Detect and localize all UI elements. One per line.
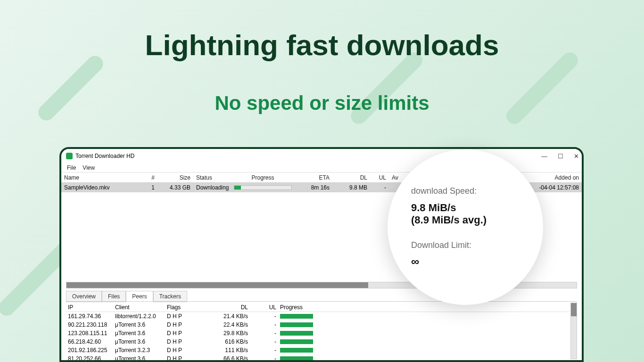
- cell-ul: -: [370, 184, 389, 191]
- peer-ul: -: [250, 355, 278, 362]
- peer-dl: 29.8 KB/s: [207, 330, 250, 337]
- peer-ip: 66.218.42.60: [66, 338, 113, 345]
- peer-flags: D H P: [165, 330, 207, 337]
- bubble-avg-value: (8.9 MiB/s avg.): [411, 214, 520, 226]
- tab-peers[interactable]: Peers: [126, 291, 153, 302]
- peer-ul: -: [250, 321, 278, 328]
- bubble-speed-label: download Speed:: [411, 186, 520, 196]
- cell-eta: 8m 16s: [295, 184, 332, 191]
- subheadline: No speed or size limits: [0, 92, 644, 115]
- peer-progress: [278, 356, 316, 361]
- peer-dl: 616 KB/s: [207, 338, 250, 345]
- peer-client: libtorrent/1.2.2.0: [113, 313, 165, 320]
- peer-row[interactable]: 201.92.186.225μTorrent 3.2.3D H P111 KB/…: [66, 346, 570, 354]
- col-size[interactable]: Size: [157, 174, 193, 181]
- peer-progress: [278, 322, 316, 327]
- peer-progress-bar: [280, 314, 313, 319]
- peers-table-body: 161.29.74.36libtorrent/1.2.2.0D H P21.4 …: [66, 312, 570, 362]
- peer-row[interactable]: 123.208.115.11μTorrent 3.6D H P29.8 KB/s…: [66, 329, 570, 337]
- cell-status: Downloading: [193, 184, 231, 191]
- pcol-ul[interactable]: UL: [250, 304, 278, 311]
- pcol-client[interactable]: Client: [113, 304, 165, 311]
- menu-file[interactable]: File: [67, 165, 76, 171]
- peer-ul: -: [250, 330, 278, 337]
- maximize-button[interactable]: ☐: [558, 153, 563, 160]
- cell-progress: [231, 185, 295, 190]
- peer-flags: D H P: [165, 321, 207, 328]
- col-num[interactable]: #: [140, 174, 157, 181]
- peer-dl: 21.4 KB/s: [207, 313, 250, 320]
- peer-client: μTorrent 3.6: [113, 330, 165, 337]
- peer-row[interactable]: 81.20.252.66μTorrent 3.6D H P66.6 KB/s-: [66, 354, 570, 362]
- bubble-infinity: ∞: [411, 255, 520, 268]
- col-status[interactable]: Status: [193, 174, 231, 181]
- peer-dl: 111 KB/s: [207, 347, 250, 354]
- pcol-dl[interactable]: DL: [207, 304, 250, 311]
- peer-progress: [278, 314, 316, 319]
- peer-ip: 81.20.252.66: [66, 355, 113, 362]
- peer-ip: 90.221.230.118: [66, 321, 113, 328]
- pcol-flags[interactable]: Flags: [165, 304, 207, 311]
- peer-client: μTorrent 3.6: [113, 338, 165, 345]
- col-progress[interactable]: Progress: [231, 174, 295, 181]
- peer-row[interactable]: 66.218.42.60μTorrent 3.6D H P616 KB/s-: [66, 337, 570, 346]
- col-eta[interactable]: ETA: [295, 174, 332, 181]
- app-icon: [66, 153, 73, 159]
- peer-ul: -: [250, 338, 278, 345]
- pcol-progress[interactable]: Progress: [278, 304, 316, 311]
- peer-row[interactable]: 90.221.230.118μTorrent 3.6D H P22.4 KB/s…: [66, 321, 570, 329]
- tab-overview[interactable]: Overview: [66, 291, 102, 302]
- peer-dl: 22.4 KB/s: [207, 321, 250, 328]
- minimize-button[interactable]: —: [541, 153, 547, 160]
- peer-flags: D H P: [165, 313, 207, 320]
- vertical-scrollbar-thumb[interactable]: [571, 303, 577, 316]
- peer-progress: [278, 331, 316, 336]
- vertical-scrollbar[interactable]: [570, 303, 577, 359]
- menu-view[interactable]: View: [83, 165, 95, 171]
- col-dl[interactable]: DL: [332, 174, 370, 181]
- cell-size: 4.33 GB: [157, 184, 193, 191]
- cell-num: 1: [140, 184, 157, 191]
- col-name[interactable]: Name: [61, 174, 140, 181]
- peer-progress-bar: [280, 322, 313, 327]
- peer-progress-bar: [280, 348, 313, 353]
- speed-callout: download Speed: 9.8 MiB/s (8.9 MiB/s avg…: [388, 149, 543, 305]
- bubble-limit-label: Download Limit:: [411, 240, 520, 250]
- tab-files[interactable]: Files: [102, 291, 126, 302]
- peer-client: μTorrent 3.2.3: [113, 347, 165, 354]
- peer-ip: 201.92.186.225: [66, 347, 113, 354]
- tabbar-divider: [66, 301, 577, 302]
- pcol-ip[interactable]: IP: [66, 304, 113, 311]
- bubble-speed-value: 9.8 MiB/s: [411, 202, 520, 214]
- cell-dl: 9.8 MB: [332, 184, 370, 191]
- peers-header-row: IP Client Flags DL UL Progress: [66, 303, 570, 312]
- peer-row[interactable]: 161.29.74.36libtorrent/1.2.2.0D H P21.4 …: [66, 312, 570, 321]
- peer-client: μTorrent 3.6: [113, 321, 165, 328]
- peer-dl: 66.6 KB/s: [207, 355, 250, 362]
- app-title: Torrent Downloader HD: [75, 153, 134, 159]
- cell-name: SampleVideo.mkv: [61, 184, 140, 191]
- peer-progress: [278, 348, 316, 353]
- details-tabs: Overview Files Peers Trackers: [66, 290, 187, 302]
- tab-trackers[interactable]: Trackers: [153, 291, 187, 302]
- peer-client: μTorrent 3.6: [113, 355, 165, 362]
- peer-ip: 123.208.115.11: [66, 330, 113, 337]
- peer-flags: D H P: [165, 338, 207, 345]
- peer-progress-bar: [280, 339, 313, 344]
- close-button[interactable]: ✕: [574, 153, 579, 160]
- peer-ip: 161.29.74.36: [66, 313, 113, 320]
- horizontal-scrollbar-thumb[interactable]: [66, 282, 368, 288]
- peer-flags: D H P: [165, 355, 207, 362]
- peer-ul: -: [250, 313, 278, 320]
- headline: Lightning fast downloads: [0, 28, 644, 62]
- progress-bar: [234, 185, 292, 190]
- peer-progress: [278, 339, 316, 344]
- peer-progress-bar: [280, 356, 313, 361]
- peer-progress-bar: [280, 331, 313, 336]
- peer-flags: D H P: [165, 347, 207, 354]
- col-ul[interactable]: UL: [370, 174, 389, 181]
- peer-ul: -: [250, 347, 278, 354]
